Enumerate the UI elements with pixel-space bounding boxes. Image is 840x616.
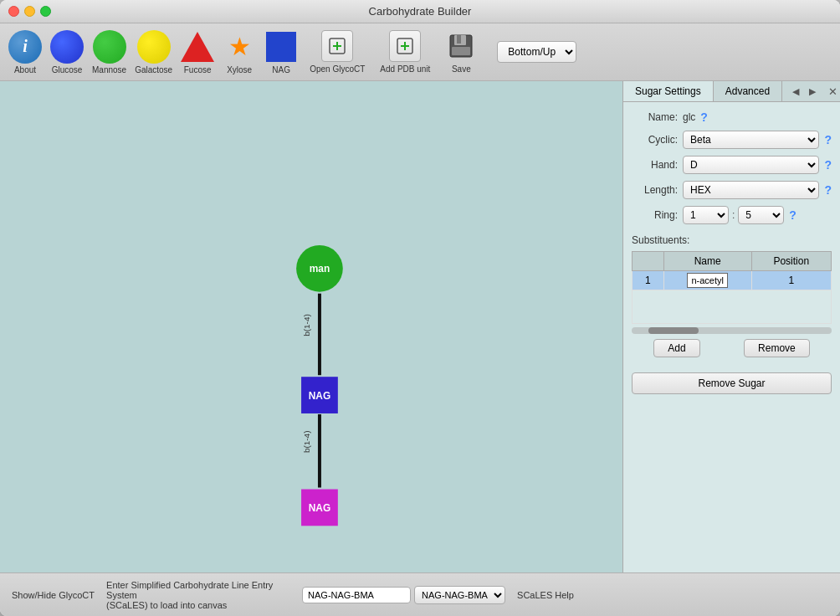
- open-glycoct-button[interactable]: Open GlycoCT: [306, 28, 368, 75]
- window-title: Carbohydrate Builder: [369, 5, 472, 18]
- name-help-icon[interactable]: ?: [700, 110, 708, 124]
- mannose-label: Mannose: [92, 65, 126, 74]
- mannose-icon: [93, 30, 126, 64]
- galactose-icon: [137, 30, 171, 64]
- nag-top-node: [301, 377, 338, 413]
- add-substituent-button[interactable]: Add: [653, 339, 699, 357]
- ring-field-label: Ring:: [632, 209, 678, 221]
- cyclic-row: Cyclic: Alpha Beta Open ?: [632, 131, 832, 149]
- sub-position: 1: [751, 271, 831, 290]
- toolbar-item-glucose[interactable]: Glucose: [50, 30, 84, 74]
- toolbar-item-fucose[interactable]: Fucose: [181, 30, 214, 74]
- add-pdb-unit-button[interactable]: Add PDB unit: [376, 28, 433, 75]
- toolbar-item-xylose[interactable]: ★ Xylose: [223, 30, 256, 74]
- svg-text:NAG: NAG: [309, 390, 331, 402]
- app-window: Carbohydrate Builder i About Glucose Man…: [0, 0, 840, 616]
- substituents-table: Name Position 1 n-acetyl 1: [632, 251, 832, 324]
- cyclic-help-icon[interactable]: ?: [824, 133, 832, 146]
- panel-prev-button[interactable]: ◀: [788, 84, 803, 99]
- hand-help-icon[interactable]: ?: [824, 158, 832, 172]
- sub-num: 1: [633, 271, 664, 290]
- nag-label: NAG: [272, 65, 290, 74]
- close-button[interactable]: [8, 6, 19, 17]
- hand-select[interactable]: D L: [683, 156, 819, 174]
- panel-content: Name: glc ? Cyclic: Alpha Beta Open ?: [623, 102, 840, 366]
- direction-select[interactable]: Bottom/Up Top/Down Left/Right Right/Left: [497, 41, 576, 63]
- remove-sugar-button[interactable]: Remove Sugar: [632, 372, 832, 394]
- ring-row: Ring: 1 2 : 4 5 6 ?: [632, 206, 832, 224]
- nag-bottom-node: [301, 490, 338, 526]
- length-help-icon[interactable]: ?: [824, 183, 832, 197]
- mannose-node: [296, 245, 343, 292]
- tab-advanced[interactable]: Advanced: [714, 81, 782, 101]
- svg-rect-8: [457, 35, 461, 44]
- save-button[interactable]: Save: [442, 28, 480, 75]
- col-num: [633, 252, 664, 271]
- length-row: Length: HEX PEN TET ?: [632, 181, 832, 199]
- substituents-section: Substituents: Name Position 1: [632, 234, 832, 357]
- substituent-empty-row: [633, 290, 832, 324]
- sub-name: n-acetyl: [663, 271, 751, 290]
- title-bar: Carbohydrate Builder: [0, 0, 840, 23]
- toolbar-item-nag[interactable]: NAG: [264, 30, 298, 74]
- save-icon: [445, 30, 477, 62]
- substituents-actions: Add Remove: [632, 339, 832, 357]
- col-position: Position: [751, 252, 831, 271]
- name-row: Name: glc ?: [632, 110, 832, 124]
- about-icon: i: [8, 30, 42, 64]
- add-pdb-icon: [389, 30, 421, 62]
- tab-sugar-settings[interactable]: Sugar Settings: [623, 81, 714, 101]
- xylose-icon: ★: [228, 30, 251, 64]
- traffic-lights: [8, 6, 51, 17]
- show-hide-glycoct-link[interactable]: Show/Hide GlycoCT: [12, 590, 95, 600]
- toolbar: i About Glucose Mannose Galactose Fucose…: [0, 23, 840, 81]
- length-field-label: Length:: [632, 184, 678, 196]
- open-glycoct-icon: [321, 30, 353, 62]
- ring-select-1[interactable]: 1 2: [683, 206, 729, 224]
- panel-tabs: Sugar Settings Advanced ◀ ▶ ✕: [623, 81, 840, 102]
- svg-text:man: man: [310, 263, 330, 275]
- fucose-icon: [181, 32, 214, 62]
- glucose-label: Glucose: [52, 65, 83, 74]
- scales-dropdown[interactable]: NAG-NAG-BMA: [414, 586, 505, 604]
- sub-name-value: n-acetyl: [687, 273, 728, 288]
- panel-nav: ◀ ▶: [783, 84, 825, 99]
- col-name: Name: [663, 252, 751, 271]
- main-area: NAG b(1-4) NAG b(1-4) man Sugar S: [0, 81, 840, 572]
- substituents-scrollbar[interactable]: [632, 327, 832, 334]
- save-label: Save: [452, 64, 471, 74]
- name-field-label: Name:: [632, 111, 678, 123]
- add-pdb-label: Add PDB unit: [380, 64, 430, 74]
- ring-select-2[interactable]: 4 5 6: [738, 206, 784, 224]
- cyclic-select[interactable]: Alpha Beta Open: [683, 131, 819, 149]
- substituents-label: Substituents:: [632, 234, 832, 246]
- minimize-button[interactable]: [24, 6, 35, 17]
- ring-separator: :: [732, 209, 735, 221]
- remove-substituent-button[interactable]: Remove: [744, 339, 810, 357]
- about-label: About: [14, 65, 36, 74]
- hand-row: Hand: D L ?: [632, 156, 832, 174]
- scales-description: Enter Simplified Carbohydrate Line Entry…: [106, 580, 290, 610]
- toolbar-item-about[interactable]: i About: [8, 30, 42, 74]
- open-glycoct-label: Open GlycoCT: [310, 64, 365, 74]
- svg-text:b(1-4): b(1-4): [302, 431, 311, 454]
- svg-text:b(1-4): b(1-4): [302, 314, 311, 336]
- ring-help-icon[interactable]: ?: [789, 208, 796, 222]
- maximize-button[interactable]: [40, 6, 51, 17]
- scrollbar-thumb: [648, 327, 699, 334]
- right-panel: Sugar Settings Advanced ◀ ▶ ✕ Name: glc …: [622, 81, 840, 572]
- length-select[interactable]: HEX PEN TET: [683, 181, 819, 199]
- ring-selects: 1 2 : 4 5 6: [683, 206, 784, 224]
- nag-icon: [266, 32, 296, 62]
- name-field-value: glc: [683, 111, 695, 123]
- bottom-bar: Show/Hide GlycoCT Enter Simplified Carbo…: [0, 572, 840, 616]
- scales-input[interactable]: [302, 587, 411, 603]
- toolbar-item-mannose[interactable]: Mannose: [92, 30, 126, 74]
- toolbar-item-galactose[interactable]: Galactose: [135, 30, 172, 74]
- galactose-label: Galactose: [135, 65, 172, 74]
- panel-next-button[interactable]: ▶: [805, 84, 820, 99]
- panel-close-button[interactable]: ✕: [825, 84, 840, 99]
- scales-help-link[interactable]: SCaLES Help: [517, 590, 574, 600]
- substituent-row[interactable]: 1 n-acetyl 1: [633, 271, 832, 290]
- canvas-area[interactable]: NAG b(1-4) NAG b(1-4) man: [0, 81, 622, 572]
